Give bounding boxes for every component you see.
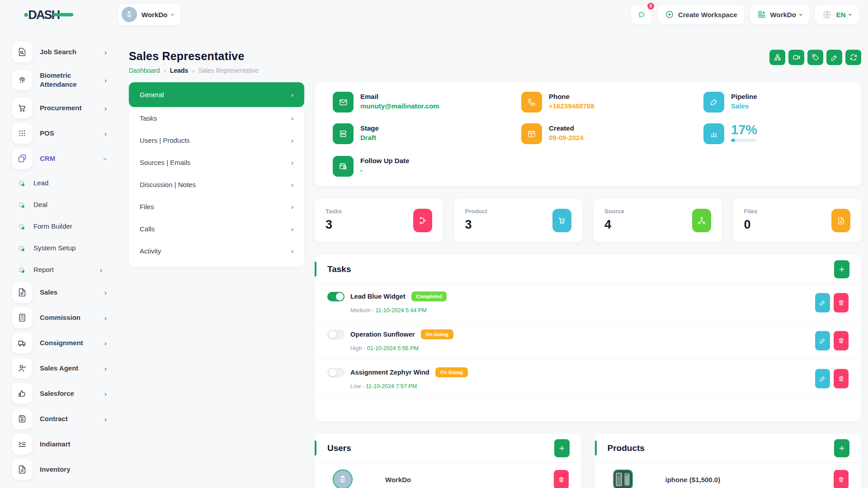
remove-product-button[interactable] [834, 470, 849, 488]
progress-bar-fill [731, 139, 735, 142]
workflow-icon [413, 209, 432, 232]
building-icon [125, 10, 134, 19]
workspace-menu-button[interactable]: WorkDo [750, 4, 811, 25]
sidebar-item-inventory[interactable]: Inventory [12, 458, 107, 481]
remove-user-button[interactable] [554, 470, 569, 488]
sidebar-subitem-system-setup[interactable]: System Setup [12, 237, 107, 259]
edit-task-button[interactable] [815, 369, 830, 388]
progress-percent: 17% [731, 123, 757, 136]
phone-icon [521, 92, 542, 113]
info-phone: Phone +16239488788 [521, 92, 703, 123]
sidebar-item-indiamart[interactable]: Indiamart [12, 432, 107, 456]
file-icon [12, 282, 33, 303]
edit-lead-button[interactable] [826, 50, 842, 65]
product-row: iphone ($1,500.0) [595, 463, 862, 488]
workspace-selector[interactable]: WorkDo [118, 3, 181, 26]
breadcrumb-dashboard[interactable]: Dashboard [129, 67, 160, 74]
sidebar-subitem-lead[interactable]: Lead [12, 172, 107, 194]
email-value: munuty@mailinator.com [360, 102, 439, 110]
sidebar-item-pos[interactable]: POS [12, 122, 107, 145]
stage-value: Draft [360, 134, 379, 141]
model-button[interactable] [769, 50, 785, 65]
convert-button[interactable] [845, 50, 861, 65]
info-created: Created 09-09-2024 [521, 123, 703, 156]
sidebar-item-biometric-attendance[interactable]: Biometric Attendance [12, 66, 107, 94]
chat-bubble-icon [638, 9, 645, 20]
trash-icon [838, 476, 844, 483]
sidebar-subitem-report[interactable]: Report [12, 259, 107, 281]
delete-task-button[interactable] [834, 293, 849, 312]
sidebar-item-job-search[interactable]: Job Search [12, 40, 107, 64]
task-row: Operation Sunflower On Going High - 01-1… [315, 322, 861, 360]
menu-item-general[interactable]: General [129, 82, 304, 107]
delete-task-button[interactable] [834, 331, 849, 350]
sidebar-item-contract[interactable]: Contract [12, 407, 107, 431]
floppy-icon [12, 408, 33, 429]
create-workspace-button[interactable]: Create Workspace [657, 4, 745, 25]
menu-item-files[interactable]: Files [129, 196, 304, 218]
followup-value: - [360, 166, 409, 174]
label-button[interactable] [807, 50, 823, 65]
top-header: DASH WorkDo 0 Create Workspace WorkDo [0, 0, 868, 29]
server-icon [333, 123, 354, 144]
menu-item-discussion-notes[interactable]: Discussion | Notes [129, 174, 304, 196]
breadcrumb-leads[interactable]: Leads [170, 67, 188, 74]
user-name: WorkDo [385, 476, 411, 483]
meeting-button[interactable] [788, 50, 804, 65]
plus-circle-icon [665, 10, 674, 19]
page-actions [769, 50, 861, 65]
create-workspace-label: Create Workspace [678, 11, 737, 19]
sidebar-item-consignment[interactable]: Consignment [12, 331, 107, 355]
share-nodes-icon [692, 209, 711, 232]
sidebar-item-sales[interactable]: Sales [12, 281, 107, 304]
task-complete-toggle[interactable] [327, 292, 344, 301]
product-name: iphone ($1,500.0) [665, 476, 721, 483]
file-text-icon [12, 459, 33, 480]
bullet-icon [19, 267, 24, 272]
truck-icon [12, 333, 33, 353]
sidebar-subitem-deal[interactable]: Deal [12, 194, 107, 216]
lead-info-card: Email munuty@mailinator.com Phone +16239… [315, 82, 861, 186]
sidebar-item-sales-agent[interactable]: Sales Agent [12, 357, 107, 380]
playlist-icon [12, 434, 33, 455]
user-row: WorkDo [315, 463, 581, 488]
add-task-button[interactable] [834, 260, 849, 278]
user-check-icon [12, 358, 33, 379]
refresh-icon [849, 53, 858, 61]
task-complete-toggle[interactable] [327, 330, 344, 339]
sidebar-subitem-form-builder[interactable]: Form Builder [12, 216, 107, 237]
chevron-down-icon [172, 11, 175, 19]
chevron-right-icon [104, 76, 107, 84]
main-content: Sales Representative Dashboard Leads Sal… [118, 29, 868, 488]
stat-card-tasks: Tasks 3 [315, 199, 443, 242]
phone-value: +16239488788 [549, 102, 594, 110]
menu-item-users-products[interactable]: Users | Products [129, 129, 304, 151]
status-badge: On Going [421, 329, 453, 339]
menu-item-tasks[interactable]: Tasks [129, 107, 304, 129]
edit-task-button[interactable] [815, 331, 830, 350]
task-row: Lead Blue Widget Completed Medium - 11-1… [315, 284, 861, 322]
sidebar-item-salesforce[interactable]: Salesforce [12, 382, 107, 405]
delete-task-button[interactable] [834, 369, 849, 388]
phone-product-image [614, 470, 632, 488]
edit-task-button[interactable] [815, 293, 830, 312]
chevron-right-icon [104, 104, 107, 112]
sidebar-item-crm[interactable]: CRM [12, 147, 107, 170]
messages-button[interactable]: 0 [630, 4, 653, 25]
workspace-menu-label: WorkDo [770, 11, 796, 19]
add-user-button[interactable] [554, 439, 570, 457]
status-badge: On Going [435, 367, 468, 377]
menu-item-sources-emails[interactable]: Sources | Emails [129, 151, 304, 174]
created-value: 09-09-2024 [549, 134, 584, 141]
sidebar-item-commission[interactable]: Commission [12, 306, 107, 329]
add-product-button[interactable] [834, 439, 849, 457]
menu-item-calls[interactable]: Calls [129, 218, 304, 240]
sidebar-item-procurement[interactable]: Procurement [12, 96, 107, 120]
breadcrumb: Dashboard Leads Sales Representative [129, 67, 259, 74]
video-camera-icon [793, 53, 801, 61]
task-complete-toggle[interactable] [327, 368, 344, 377]
menu-item-activity[interactable]: Activity [129, 240, 304, 262]
language-selector[interactable]: EN [815, 4, 860, 25]
stat-card-source: Source 4 [594, 199, 722, 242]
app-logo[interactable]: DASH [0, 5, 118, 23]
